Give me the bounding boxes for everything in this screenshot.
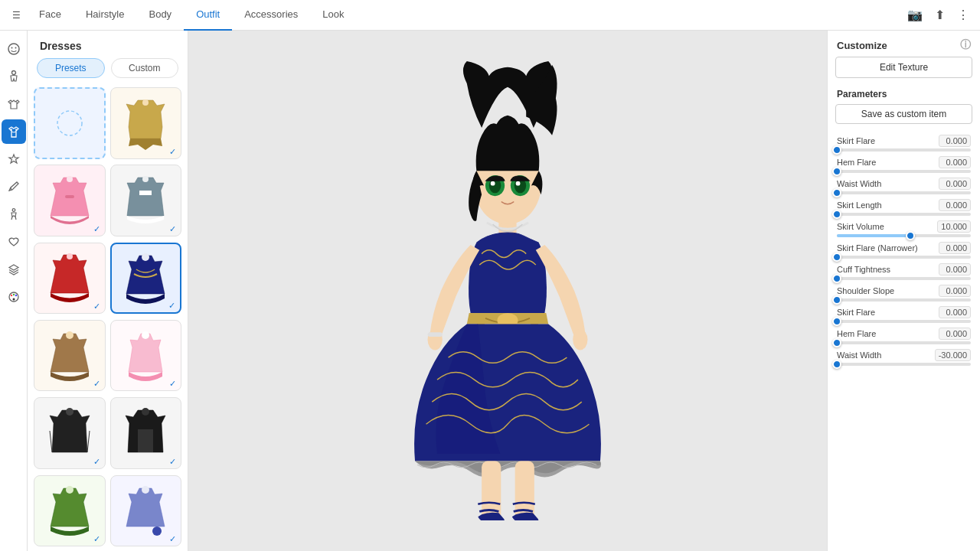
param-label-hem-flare-2: Hem Flare: [837, 329, 876, 338]
canvas-area[interactable]: [188, 31, 827, 551]
param-slider-skirt-volume[interactable]: [837, 234, 971, 237]
svg-point-12: [67, 176, 73, 182]
param-slider-skirt-flare-narrower[interactable]: [837, 256, 971, 259]
sidebar-heart-btn[interactable]: [2, 230, 26, 254]
dress-item-5[interactable]: ✓: [110, 243, 182, 315]
tab-hairstyle[interactable]: Hairstyle: [74, 0, 137, 31]
param-slider-cuff-tightness[interactable]: [837, 277, 971, 280]
dress-item-11[interactable]: ✓: [110, 475, 182, 547]
svg-point-6: [10, 295, 11, 296]
svg-point-14: [142, 176, 149, 182]
save-custom-button[interactable]: Save as custom item: [835, 104, 972, 124]
customize-title: Customize: [837, 40, 887, 51]
svg-point-15: [67, 253, 73, 259]
sidebar-accessories-btn[interactable]: [2, 147, 26, 171]
param-label-skirt-volume: Skirt Volume: [837, 222, 884, 231]
param-value-skirt-flare-1: 0.000: [939, 135, 971, 147]
param-cuff-tightness: Cuff Tightness 0.000: [828, 260, 980, 282]
top-nav: ☰ Face Hairstyle Body Outfit Accessories…: [0, 0, 980, 31]
dress-item-0[interactable]: [34, 87, 106, 159]
dress-item-10[interactable]: ✓: [34, 475, 106, 547]
camera-button[interactable]: 📷: [903, 3, 927, 27]
param-slider-waist-width-1[interactable]: [837, 191, 971, 194]
param-slider-skirt-flare-2[interactable]: [837, 320, 971, 323]
dress-panel: Dresses Presets Custom ✓: [28, 31, 188, 551]
dress-check-11: ✓: [169, 534, 176, 544]
param-hem-flare-2: Hem Flare 0.000: [828, 324, 980, 346]
dress-img-1: [119, 96, 172, 150]
right-panel: Customize ⓘ Edit Texture Parameters Save…: [827, 31, 980, 551]
tab-body[interactable]: Body: [136, 0, 184, 31]
param-slider-skirt-length[interactable]: [837, 213, 971, 216]
svg-point-35: [573, 329, 587, 350]
customize-header: Customize ⓘ: [828, 31, 980, 57]
param-label-skirt-length: Skirt Length: [837, 201, 882, 210]
tab-accessories[interactable]: Accessories: [232, 0, 310, 31]
sidebar-palette-btn[interactable]: [2, 285, 26, 309]
param-label-waist-width-2: Waist Width: [837, 350, 881, 360]
dress-item-4[interactable]: ✓: [34, 243, 106, 315]
svg-point-21: [66, 486, 74, 494]
more-button[interactable]: ⋮: [952, 3, 974, 27]
dress-check-4: ✓: [93, 302, 100, 311]
params-list: Skirt Flare 0.000 Hem Flare 0.000: [828, 129, 980, 551]
param-waist-width-2: Waist Width -30.000: [828, 346, 980, 367]
presets-tab[interactable]: Presets: [37, 58, 105, 78]
sidebar-pencil-btn[interactable]: [2, 174, 26, 199]
param-label-skirt-flare-narrower: Skirt Flare (Narrower): [837, 243, 918, 253]
dress-check-1: ✓: [169, 147, 176, 157]
param-label-skirt-flare-1: Skirt Flare: [837, 136, 875, 145]
param-skirt-volume: Skirt Volume 10.000: [828, 217, 980, 239]
param-label-shoulder-slope: Shoulder Slope: [837, 286, 894, 295]
svg-point-18: [142, 331, 149, 339]
edit-texture-button[interactable]: Edit Texture: [835, 57, 972, 78]
sidebar-body-btn[interactable]: [2, 64, 26, 89]
tab-outfit[interactable]: Outfit: [184, 0, 232, 31]
nav-tabs: Face Hairstyle Body Outfit Accessories L…: [27, 0, 903, 31]
dress-item-1[interactable]: ✓: [110, 87, 182, 159]
tab-face[interactable]: Face: [27, 0, 74, 31]
param-value-waist-width-1: 0.000: [939, 178, 971, 190]
sidebar-layers-btn[interactable]: [2, 257, 26, 282]
svg-point-2: [15, 47, 16, 49]
sidebar-figure-btn[interactable]: [2, 202, 26, 227]
dress-img-6: [43, 329, 96, 383]
param-slider-hem-flare-2[interactable]: [837, 341, 971, 344]
dress-item-6[interactable]: ✓: [34, 320, 106, 392]
tab-look[interactable]: Look: [310, 0, 356, 31]
param-slider-skirt-flare-1[interactable]: [837, 148, 971, 152]
dress-item-2[interactable]: ✓: [34, 165, 106, 236]
hamburger-menu-icon[interactable]: ☰: [6, 4, 27, 27]
custom-tab[interactable]: Custom: [111, 58, 179, 78]
sidebar-shirt-btn[interactable]: [2, 92, 26, 116]
dress-img-9: [119, 406, 172, 460]
dress-item-3[interactable]: ✓: [110, 165, 182, 236]
dress-img-5: [119, 251, 172, 305]
dress-check-5: ✓: [168, 301, 175, 311]
param-waist-width-1: Waist Width 0.000: [828, 174, 980, 196]
dress-grid: ✓ ✓: [28, 84, 188, 551]
share-button[interactable]: ⬆: [930, 3, 949, 27]
sidebar-outfit-btn[interactable]: [2, 119, 26, 144]
dress-item-8[interactable]: ✓: [34, 397, 106, 469]
sidebar-face-btn[interactable]: [2, 37, 26, 61]
svg-point-11: [142, 99, 149, 106]
dress-panel-tabs: Presets Custom: [28, 58, 188, 84]
dress-item-7[interactable]: ✓: [110, 320, 182, 392]
svg-point-22: [142, 486, 149, 494]
info-icon[interactable]: ⓘ: [960, 38, 971, 52]
param-slider-hem-flare-1[interactable]: [837, 170, 971, 173]
svg-point-30: [491, 181, 495, 186]
dress-item-9[interactable]: ✓: [110, 397, 182, 469]
param-value-cuff-tightness: 0.000: [939, 263, 971, 276]
svg-point-19: [66, 408, 74, 416]
param-label-waist-width-1: Waist Width: [837, 179, 881, 188]
param-value-hem-flare-2: 0.000: [939, 328, 971, 340]
svg-point-7: [12, 294, 14, 295]
param-slider-shoulder-slope[interactable]: [837, 298, 971, 302]
svg-point-23: [152, 527, 162, 536]
params-title: Parameters: [828, 84, 980, 104]
dress-img-7: [119, 329, 172, 383]
dress-check-3: ✓: [169, 224, 176, 234]
param-slider-waist-width-2[interactable]: [837, 363, 971, 366]
